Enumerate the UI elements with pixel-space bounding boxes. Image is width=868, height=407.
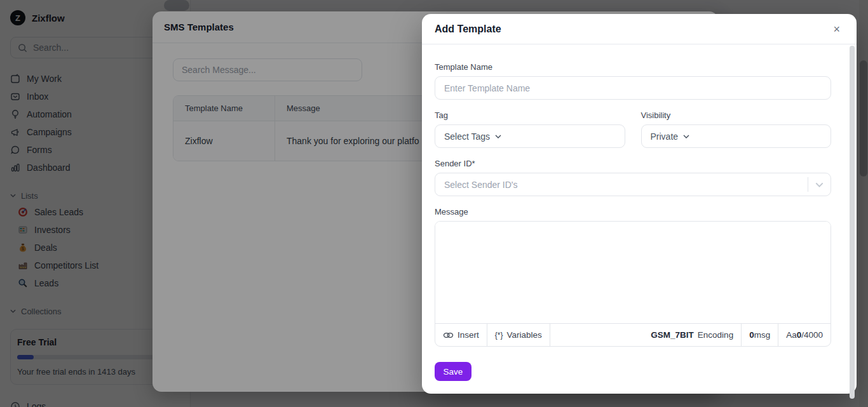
chevron-down-icon	[495, 135, 501, 138]
char-prefix: Aa	[786, 330, 797, 340]
variables-icon: {*}	[495, 331, 503, 340]
char-count-indicator: Aa0/4000	[778, 324, 831, 346]
encoding-indicator: GSM_7BITEncoding	[550, 324, 742, 346]
chevron-down-icon	[815, 182, 824, 187]
tag-select[interactable]: Select Tags	[435, 124, 625, 148]
visibility-select[interactable]: Private	[641, 124, 832, 148]
template-name-input[interactable]: Enter Template Name	[435, 76, 831, 100]
modal-title: Add Template	[435, 23, 501, 35]
variables-label: Variables	[506, 330, 541, 340]
link-icon	[443, 332, 454, 338]
variables-button[interactable]: {*} Variables	[487, 324, 550, 346]
message-editor: Insert {*} Variables GSM_7BITEncoding 0m…	[435, 221, 831, 347]
char-total: /4000	[801, 330, 823, 340]
sender-id-label: Sender ID*	[435, 159, 831, 168]
template-name-placeholder: Enter Template Name	[444, 83, 530, 93]
modal-scrollbar[interactable]	[850, 46, 855, 399]
encoding-value: GSM_7BIT	[651, 330, 694, 340]
sender-id-select[interactable]: Select Sender ID's	[435, 173, 831, 196]
sender-id-placeholder: Select Sender ID's	[435, 180, 808, 190]
msg-count-label: msg	[754, 330, 771, 340]
message-textarea[interactable]	[435, 222, 831, 323]
tag-select-value: Select Tags	[444, 131, 490, 142]
insert-button[interactable]: Insert	[435, 324, 487, 346]
encoding-label: Encoding	[698, 330, 733, 340]
message-label: Message	[435, 207, 831, 217]
chevron-down-icon	[683, 135, 689, 138]
insert-label: Insert	[458, 330, 479, 340]
visibility-label: Visibility	[641, 110, 832, 120]
msg-count: 0	[749, 330, 754, 340]
visibility-select-value: Private	[651, 131, 679, 142]
template-name-label: Template Name	[435, 62, 831, 72]
tag-label: Tag	[435, 110, 625, 120]
close-icon[interactable]: ×	[829, 22, 844, 36]
message-count-indicator: 0msg	[742, 324, 778, 346]
save-button[interactable]: Save	[435, 362, 471, 381]
add-template-modal: Add Template × Template Name Enter Templ…	[422, 14, 857, 394]
